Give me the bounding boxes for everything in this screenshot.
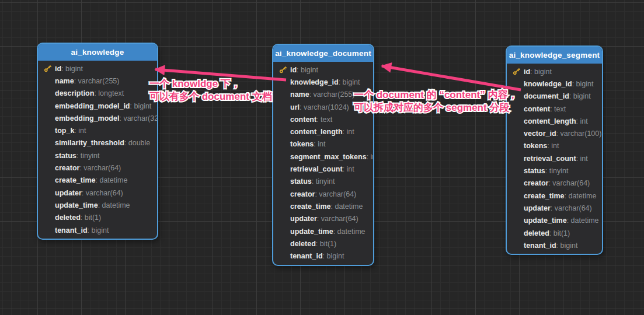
field-type: : bigint (339, 78, 360, 86)
field-row-content_length[interactable]: content_length: int (279, 125, 370, 138)
field-row-deleted[interactable]: deleted: bit(1) (44, 212, 154, 224)
field-row-document_id[interactable]: document_id: bigint (513, 90, 598, 103)
field-type: : int (576, 155, 588, 163)
field-row-creator[interactable]: creator: varchar(64) (44, 162, 154, 174)
field-row-creator[interactable]: creator: varchar(64) (279, 188, 370, 200)
table-ai-knowledge-document[interactable]: ai_knowledge_document id: bigintknowledg… (272, 44, 374, 266)
field-name: retrieval_count (524, 155, 576, 163)
primary-key-glyph (44, 65, 51, 72)
table-ai-knowledge-segment[interactable]: ai_knowledge_segment id: bigintknowledge… (506, 46, 603, 255)
field-type: : datetime (565, 192, 597, 200)
field-name: updater (524, 204, 551, 212)
field-row-id[interactable]: id: bigint (44, 62, 154, 75)
field-row-id[interactable]: id: bigint (513, 65, 598, 78)
field-name: id (290, 66, 297, 74)
field-row-vector_id[interactable]: vector_id: varchar(100) (513, 127, 598, 139)
field-row-content[interactable]: content: text (279, 113, 370, 125)
field-name: content_length (524, 117, 576, 125)
primary-key-glyph (279, 66, 287, 74)
field-row-updater[interactable]: updater: varchar(64) (44, 187, 154, 199)
primary-key-icon (44, 65, 55, 72)
field-name: deleted (55, 214, 81, 222)
field-row-status[interactable]: status: tinyint (44, 149, 154, 162)
field-type: : varchar(64) (315, 190, 356, 198)
field-row-creator[interactable]: creator: varchar(64) (513, 177, 598, 190)
table-title[interactable]: ai_knowledge_document (273, 45, 373, 62)
field-row-knowledge_id[interactable]: knowledge_id: bigint (513, 78, 598, 90)
field-row-id[interactable]: id: bigint (279, 64, 370, 76)
field-row-content_length[interactable]: content_length: int (513, 115, 598, 127)
table-title[interactable]: ai_knowledge_segment (507, 47, 602, 64)
field-type: : int (314, 140, 325, 148)
field-row-tenant_id[interactable]: tenant_id: bigint (44, 224, 154, 236)
field-type: : varchar(64) (551, 204, 592, 212)
field-name: content_length (290, 128, 343, 136)
field-row-tokens[interactable]: tokens: int (513, 140, 598, 152)
field-type: : longtext (94, 89, 124, 97)
field-type: : datetime (333, 228, 365, 236)
field-row-tenant_id[interactable]: tenant_id: bigint (279, 250, 370, 262)
field-type: : varchar(100) (556, 130, 602, 138)
field-row-update_time[interactable]: update_time: datetime (279, 225, 370, 237)
field-row-create_time[interactable]: create_time: datetime (513, 190, 598, 202)
field-type: : tinyint (76, 152, 100, 160)
annotation-document-segment: 一个 document 的 “content” 内容， 可以拆成对应的多个 se… (354, 89, 518, 114)
field-type: : bigint (130, 102, 152, 110)
field-name: updater (55, 189, 82, 197)
field-row-updater[interactable]: updater: varchar(64) (279, 213, 370, 225)
field-row-update_time[interactable]: update_time: datetime (44, 199, 154, 211)
field-type: : tinyint (545, 167, 569, 175)
field-type: : varchar(64) (79, 164, 121, 172)
field-name: name (290, 90, 309, 99)
field-type: : text (550, 105, 566, 113)
annotation-line: 一个 document 的 “content” 内容， (354, 89, 518, 102)
field-type: : bigint (572, 80, 594, 88)
annotation-line: 可以拆成对应的多个 segment 分段 (354, 102, 518, 114)
table-title[interactable]: ai_knowledge (38, 44, 157, 61)
field-type: : bigint (323, 252, 344, 260)
field-name: similarity_threshold (55, 139, 124, 147)
field-row-description[interactable]: description: longtext (44, 88, 154, 100)
field-name: deleted (290, 240, 316, 248)
field-name: tenant_id (55, 226, 88, 235)
field-name: tokens (524, 142, 547, 150)
field-row-name[interactable]: name: varchar(255) (44, 75, 154, 87)
field-row-status[interactable]: status: tinyint (279, 176, 370, 188)
field-row-similarity_threshold[interactable]: similarity_threshold: double (44, 137, 154, 149)
field-row-create_time[interactable]: create_time: datetime (279, 200, 370, 212)
field-row-embedding_model[interactable]: embedding_model: varchar(32) (44, 112, 154, 124)
field-name: name (55, 77, 74, 85)
field-row-segment_max_tokens[interactable]: segment_max_tokens: int (279, 150, 370, 163)
field-name: top_k (55, 127, 74, 135)
field-name: tokens (290, 140, 314, 148)
field-row-status[interactable]: status: tinyint (513, 164, 598, 177)
field-name: creator (290, 190, 315, 198)
field-row-deleted[interactable]: deleted: bit(1) (279, 237, 370, 250)
field-row-tenant_id[interactable]: tenant_id: bigint (513, 239, 598, 251)
field-row-updater[interactable]: updater: varchar(64) (513, 202, 598, 214)
field-row-deleted[interactable]: deleted: bit(1) (513, 227, 598, 239)
field-name: content (524, 105, 550, 113)
field-name: embedding_model_id (55, 102, 130, 110)
table-ai-knowledge[interactable]: ai_knowledge id: bigintname: varchar(255… (37, 43, 158, 240)
field-type: : varchar(1024) (300, 103, 349, 111)
field-type: : double (124, 139, 150, 147)
annotation-knowledge-document: 一个 knowldge 下， 可以有多个 document 文档 (149, 78, 272, 103)
field-name: embedding_model (55, 114, 119, 123)
field-row-embedding_model_id[interactable]: embedding_model_id: bigint (44, 100, 154, 112)
field-row-retrieval_count[interactable]: retrieval_count: int (513, 152, 598, 164)
field-type: : int (367, 153, 374, 161)
field-type: : varchar(64) (82, 189, 123, 197)
field-row-create_time[interactable]: create_time: datetime (44, 174, 154, 187)
field-name: update_time (290, 228, 333, 236)
field-row-knowledge_id[interactable]: knowledge_id: bigint (279, 76, 370, 88)
field-row-retrieval_count[interactable]: retrieval_count: int (279, 163, 370, 175)
primary-key-glyph (513, 68, 520, 75)
field-row-content[interactable]: content: text (513, 103, 598, 115)
field-row-update_time[interactable]: update_time: datetime (513, 215, 598, 227)
arrow-document-to-segment[interactable] (382, 66, 521, 90)
field-row-tokens[interactable]: tokens: int (279, 138, 370, 150)
field-type: : text (316, 116, 332, 124)
field-name: update_time (524, 216, 567, 225)
field-row-top_k[interactable]: top_k: int (44, 124, 154, 136)
